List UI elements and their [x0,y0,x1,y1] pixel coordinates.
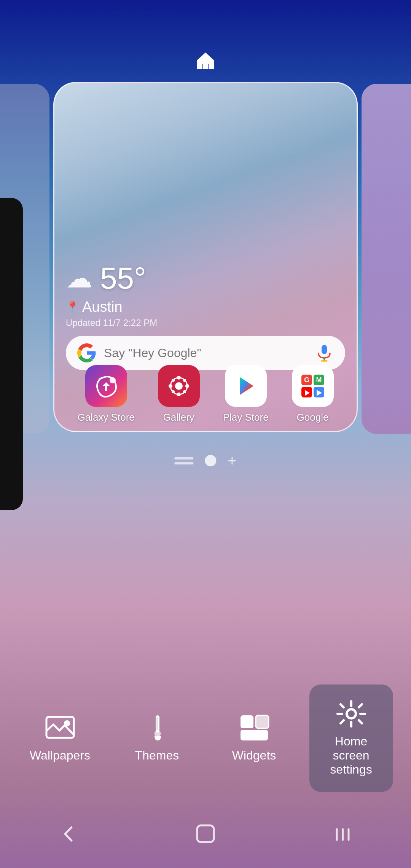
themes-option[interactable]: Themes [115,699,199,778]
wallpapers-icon [45,714,75,742]
svg-rect-1 [322,345,327,354]
home-dot-indicator [205,455,216,466]
galaxy-store-icon[interactable] [85,365,127,407]
svg-rect-27 [155,731,161,736]
settings-icon [336,700,366,728]
weather-widget: ☁ 55° 📍 Austin Updated 11/7 2:22 PM [66,261,345,328]
location-name: Austin [82,299,123,315]
temperature: 55° [100,261,146,296]
themes-label: Themes [135,748,179,763]
gallery-icon[interactable] [158,365,200,407]
recent-apps-button[interactable] [327,819,358,849]
wallpapers-option[interactable]: Wallpapers [18,699,102,778]
bottom-options-bar: Wallpapers Themes Widgets Home screen se… [0,685,411,792]
home-screen-settings-option[interactable]: Home screen settings [309,685,393,792]
play-store-item[interactable]: Play Store [223,365,269,423]
home-screen-settings-label: Home screen settings [317,734,386,777]
lines-indicator [174,457,193,464]
svg-text:G: G [304,376,309,384]
play-store-icon[interactable] [225,365,267,407]
cloud-icon: ☁ [66,263,92,294]
back-button[interactable] [53,819,84,849]
gallery-item[interactable]: Gallery [158,365,200,423]
google-logo [77,343,96,362]
line-2 [174,462,193,464]
gallery-label: Gallery [163,412,194,423]
add-page-button[interactable]: + [228,453,236,468]
svg-rect-28 [156,717,158,730]
svg-rect-30 [256,715,269,728]
play-store-label: Play Store [223,412,269,423]
widgets-label: Widgets [232,748,276,763]
svg-marker-15 [240,377,253,395]
svg-point-6 [175,382,183,390]
svg-point-9 [169,384,172,388]
svg-rect-33 [197,825,214,842]
right-panel [362,84,411,434]
google-icon[interactable]: G M [292,365,334,407]
app-dock: Galaxy Store Gallery [66,365,345,423]
svg-point-12 [183,390,186,393]
svg-point-13 [183,379,186,382]
left-panel-black [0,198,23,510]
location-pin-icon: 📍 [66,301,79,313]
svg-point-32 [347,709,356,718]
galaxy-store-item[interactable]: Galaxy Store [77,365,134,423]
svg-rect-0 [203,64,208,69]
home-button[interactable] [190,819,221,849]
svg-point-25 [64,720,70,726]
galaxy-store-label: Galaxy Store [77,412,134,423]
svg-point-7 [177,376,181,380]
microphone-icon[interactable] [315,343,334,362]
update-time: Updated 11/7 2:22 PM [66,318,345,328]
wallpapers-label: Wallpapers [30,748,90,763]
line-1 [174,457,193,460]
home-indicator [194,49,217,72]
svg-point-4 [110,377,116,383]
svg-point-8 [177,393,181,396]
google-label: Google [297,412,329,423]
svg-text:M: M [316,376,322,384]
svg-point-11 [172,379,175,382]
widgets-icon [239,714,269,742]
left-panel [0,84,49,434]
page-indicators: + [174,453,236,468]
svg-rect-31 [241,730,268,740]
themes-icon [143,714,171,742]
svg-point-14 [172,390,175,393]
widgets-option[interactable]: Widgets [212,699,296,778]
svg-rect-29 [241,715,253,728]
center-panel: ☁ 55° 📍 Austin Updated 11/7 2:22 PM Say … [53,82,358,432]
svg-point-10 [185,384,189,388]
google-item[interactable]: G M Google [292,365,334,423]
search-placeholder[interactable]: Say "Hey Google" [104,346,307,360]
navigation-bar [0,799,411,868]
